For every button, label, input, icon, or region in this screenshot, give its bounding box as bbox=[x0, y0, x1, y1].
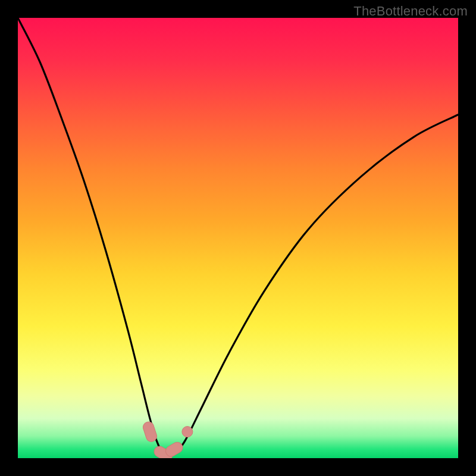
bottleneck-curve bbox=[18, 18, 458, 456]
chart-frame: TheBottleneck.com bbox=[0, 0, 476, 476]
trough-marker bbox=[142, 421, 158, 443]
trough-marker bbox=[182, 427, 193, 437]
watermark-text: TheBottleneck.com bbox=[353, 4, 468, 19]
svg-rect-0 bbox=[142, 421, 158, 443]
chart-svg bbox=[18, 18, 458, 458]
plot-area bbox=[18, 18, 458, 458]
